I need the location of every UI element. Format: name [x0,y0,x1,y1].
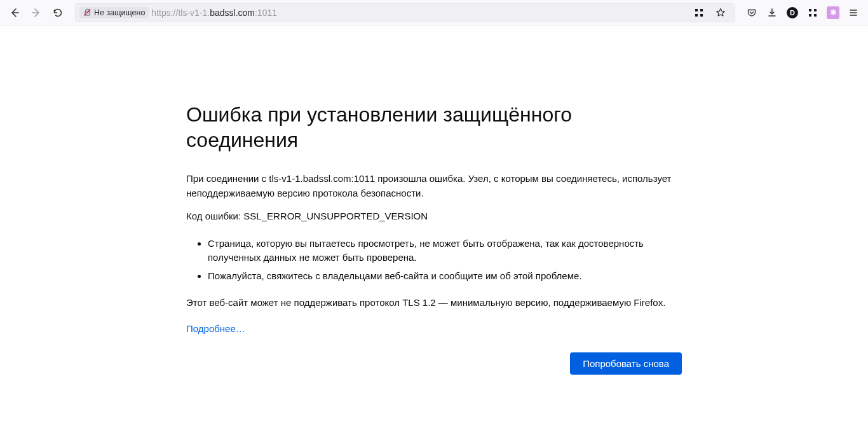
download-icon [767,8,777,18]
error-advice-list: Страница, которую вы пытаетесь просмотре… [208,237,682,284]
extension-snowflake[interactable]: ✱ [824,3,843,22]
error-body: При соединении с tls-v1-1.badssl.com:101… [186,172,682,375]
lock-warning-icon [83,8,92,17]
arrow-right-icon [31,8,41,18]
url-text: https://tls-v1-1.badssl.com:1011 [151,8,277,18]
url-host: badssl.com [210,8,255,18]
arrow-left-icon [10,8,20,18]
url-suffix: :1011 [255,8,277,18]
hamburger-icon [848,8,858,18]
tls-note: Этот веб-сайт может не поддерживать прот… [186,296,682,310]
url-bar[interactable]: Не защищено https://tls-v1-1.badssl.com:… [75,3,735,22]
retry-button[interactable]: Попробовать снова [570,352,682,375]
security-label: Не защищено [94,8,145,17]
browser-toolbar: Не защищено https://tls-v1-1.badssl.com:… [0,0,868,25]
error-description: При соединении с tls-v1-1.badssl.com:101… [186,172,682,200]
urlbar-actions [689,3,730,22]
grid-icon [808,8,818,18]
svg-rect-6 [809,9,811,11]
url-prefix: https://tls-v1-1. [151,8,210,18]
snowflake-icon: ✱ [827,6,839,19]
error-title: Ошибка при установлении защищённого соед… [186,102,682,153]
toolbar-actions: D ✱ [742,3,863,22]
account-avatar-icon: D [787,7,798,18]
qr-icon [694,8,704,18]
retry-row: Попробовать снова [186,352,682,375]
back-button[interactable] [5,3,24,22]
reload-icon [53,8,63,18]
error-page: Ошибка при установлении защищённого соед… [186,25,682,375]
svg-rect-3 [700,9,703,11]
reload-button[interactable] [48,3,67,22]
svg-rect-9 [814,14,817,17]
svg-rect-5 [700,14,703,17]
qr-scan-button[interactable] [689,3,709,22]
security-indicator[interactable]: Не защищено [79,7,149,18]
svg-rect-8 [809,14,811,17]
error-code: Код ошибки: SSL_ERROR_UNSUPPORTED_VERSIO… [186,209,682,224]
star-icon [715,8,726,18]
app-menu-button[interactable] [844,3,863,22]
account-button[interactable]: D [783,3,802,22]
learn-more-link[interactable]: Подробнее… [186,323,245,334]
svg-rect-4 [695,14,698,17]
list-item: Страница, которую вы пытаетесь просмотре… [208,237,682,265]
pocket-button[interactable] [742,3,761,22]
forward-button[interactable] [27,3,46,22]
svg-rect-2 [695,9,698,11]
pocket-icon [747,8,757,18]
list-item: Пожалуйста, свяжитесь с владельцами веб-… [208,269,682,284]
downloads-button[interactable] [763,3,782,22]
svg-rect-7 [814,9,817,11]
extensions-grid-button[interactable] [803,3,822,22]
bookmark-button[interactable] [711,3,730,22]
